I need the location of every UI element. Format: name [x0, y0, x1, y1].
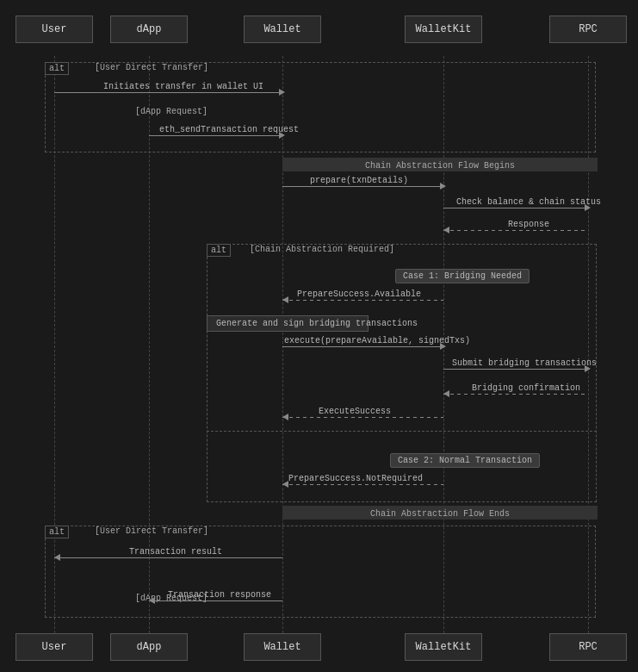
alt-label-1: alt [45, 62, 69, 75]
arrow-tx-result-head [54, 554, 60, 561]
label-initiates-transfer: Initiates transfer in wallet UI [103, 82, 263, 91]
arrow-check-balance [443, 208, 588, 208]
case-label-normal: Case 2: Normal Transaction [390, 453, 540, 468]
band-flow-ends: Chain Abstraction Flow Ends [282, 506, 598, 520]
actor-walletkit-bottom: WalletKit [405, 633, 482, 661]
arrow-initiates-transfer [54, 92, 282, 93]
section-label-user-direct-bottom: [User Direct Transfer] [95, 526, 208, 536]
alt-label-2: alt [207, 244, 231, 257]
arrow-execute-success [282, 417, 443, 418]
arrow-prepare-success [282, 300, 443, 301]
label-check-balance: Check balance & chain status [456, 197, 601, 207]
actor-rpc-bottom: RPC [549, 633, 627, 661]
label-bridging-confirm: Bridging confirmation [472, 383, 580, 393]
arrow-initiates-transfer-head [279, 89, 285, 96]
alt-box-user-direct-bottom [45, 526, 596, 618]
alt-label-3: alt [45, 526, 69, 538]
sequence-diagram: User dApp Wallet WalletKit RPC User dApp… [0, 0, 638, 672]
arrow-execute-success-head [282, 414, 288, 420]
arrow-response [443, 230, 588, 231]
arrow-eth-send [149, 135, 282, 136]
actor-dapp-top: dApp [110, 16, 188, 43]
arrow-tx-response-head [149, 597, 155, 604]
actor-dapp-bottom: dApp [110, 633, 188, 661]
label-prepare: prepare(txnDetails) [310, 176, 408, 185]
label-execute: execute(prepareAvailable, signedTxs) [284, 336, 470, 345]
arrow-submit-bridging [443, 369, 588, 370]
band-flow-begins: Chain Abstraction Flow Begins [282, 158, 598, 171]
alt-divider [207, 431, 597, 432]
label-tx-response: Transaction response [168, 590, 271, 600]
arrow-bridging-confirm-head [443, 390, 449, 397]
actor-user-bottom: User [15, 633, 93, 661]
arrow-not-required [282, 484, 443, 485]
label-execute-success: ExecuteSuccess [319, 407, 391, 416]
arrow-tx-result [54, 557, 282, 558]
actor-wallet-top: Wallet [244, 16, 321, 43]
label-response: Response [508, 220, 549, 229]
arrow-prepare [282, 186, 443, 187]
section-label-user-direct-top: [User Direct Transfer] [95, 63, 208, 72]
arrow-prepare-head [440, 183, 446, 190]
arrow-bridging-confirm [443, 394, 588, 395]
arrow-tx-response [149, 600, 282, 601]
actor-walletkit-top: WalletKit [405, 16, 482, 43]
arrow-not-required-head [282, 481, 288, 488]
label-submit-bridging: Submit bridging transactions [452, 358, 597, 368]
label-prepare-success: PrepareSuccess.Available [297, 289, 421, 299]
alt-box-user-direct-top [45, 62, 596, 152]
label-eth-send: eth_sendTransaction request [159, 125, 299, 134]
actor-user-top: User [15, 16, 93, 43]
label-not-required: PrepareSuccess.NotRequired [288, 474, 423, 483]
arrow-response-head [443, 227, 449, 233]
arrow-execute [282, 346, 443, 347]
note-generate-sign: Generate and sign bridging transactions [207, 315, 369, 332]
arrow-prepare-success-head [282, 296, 288, 303]
dapp-request-label-top: [dApp Request] [135, 107, 208, 116]
label-tx-result: Transaction result [129, 547, 222, 557]
actor-wallet-bottom: Wallet [244, 633, 321, 661]
section-label-chain-abstraction: [Chain Abstraction Required] [250, 245, 394, 254]
actor-rpc-top: RPC [549, 16, 627, 43]
case-label-bridging: Case 1: Bridging Needed [395, 269, 530, 283]
